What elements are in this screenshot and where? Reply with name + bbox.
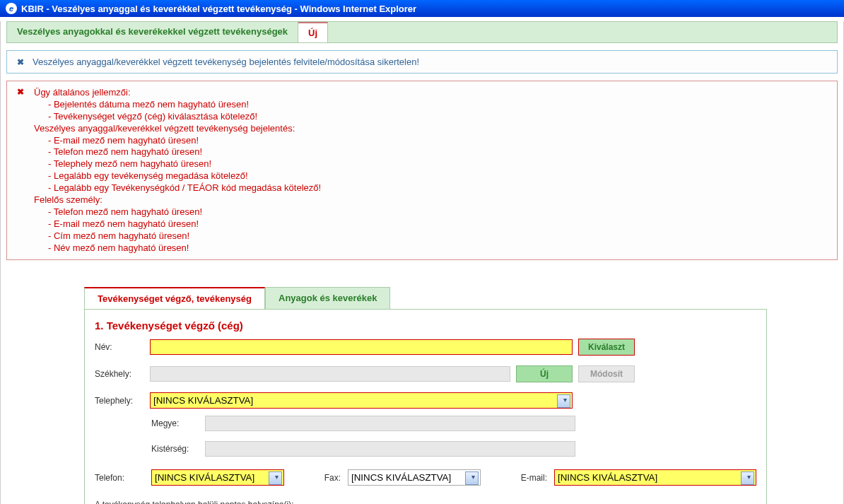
label-site: Telephely:: [95, 396, 144, 406]
label-region: Kistérség:: [151, 444, 199, 454]
label-fax: Fax:: [315, 473, 341, 483]
seat-input: [150, 366, 510, 382]
site-select[interactable]: [150, 392, 573, 409]
label-location: A tevékenység telephelyen belüli pontos …: [95, 500, 756, 504]
form-tab-activity[interactable]: Tevékenységet végző, tevékenység: [84, 287, 265, 309]
alert-box: ✖ Veszélyes anyaggal/keverékkel végzett …: [6, 50, 838, 74]
county-input: [205, 416, 575, 431]
section-title: 1. Tevékenységet végző (cég): [95, 320, 756, 332]
label-seat: Székhely:: [95, 369, 144, 379]
error-item: - E-mail mező nem hagyható üresen!: [48, 135, 827, 147]
error-section-2: Veszélyes anyaggal/keverékkel végzett te…: [34, 123, 827, 135]
error-item: - Tevékenységet végző (cég) kiválasztása…: [48, 111, 827, 123]
top-tab-strip: Veszélyes anyagokkal és keverékekkel vég…: [6, 21, 838, 43]
error-item: - Telephely mező nem hagyható üresen!: [48, 158, 827, 170]
error-item: - Legalább egy Tevékenységkód / TEÁOR kó…: [48, 182, 827, 194]
error-section-3: Felelős személy:: [34, 194, 827, 206]
fax-select[interactable]: [348, 469, 481, 486]
modify-button: Módosít: [578, 365, 635, 382]
form-panel: 1. Tevékenységet végző (cég) Név: Kivála…: [84, 309, 767, 504]
alert-message: Veszélyes anyaggal/keverékkel végzett te…: [33, 57, 419, 67]
name-input[interactable]: [150, 339, 573, 355]
error-item: - Név mező nem hagyható üresen!: [48, 242, 827, 254]
phone-select[interactable]: [151, 469, 284, 486]
label-phone: Telefon:: [95, 473, 144, 483]
form-tab-strip: Tevékenységet végző, tevékenység Anyagok…: [84, 287, 767, 309]
error-item: - Telefon mező nem hagyható üresen!: [48, 206, 827, 218]
error-box: ✖ Ügy általános jellemzői: - Bejelentés …: [6, 81, 838, 260]
select-button[interactable]: Kiválaszt: [578, 339, 635, 356]
region-input: [205, 441, 575, 457]
alert-x-icon: ✖: [17, 57, 24, 67]
label-county: Megye:: [151, 418, 199, 428]
tab-new[interactable]: Új: [298, 22, 328, 42]
error-item: - Cím mező nem hagyható üresen!: [48, 230, 827, 242]
error-item: - Bejelentés dátuma mező nem hagyható ür…: [48, 99, 827, 111]
error-message: Ügy általános jellemzői: - Bejelentés dá…: [17, 87, 827, 254]
error-item: - E-mail mező nem hagyható üresen!: [48, 218, 827, 230]
label-email: E-mail:: [512, 473, 547, 483]
ie-icon: e: [6, 3, 17, 14]
window-title: KBIR - Veszélyes anyaggal és keverékkel …: [21, 4, 416, 14]
email-select[interactable]: [554, 469, 756, 486]
form-tab-materials[interactable]: Anyagok és keverékek: [265, 287, 390, 309]
new-button[interactable]: Új: [516, 365, 573, 382]
error-x-icon: ✖: [17, 87, 24, 97]
window-titlebar: e KBIR - Veszélyes anyaggal és keverékke…: [0, 0, 844, 17]
error-item: - Legalább egy tevékenység megadása köte…: [48, 170, 827, 182]
tab-activities[interactable]: Veszélyes anyagokkal és keverékekkel vég…: [7, 22, 298, 42]
label-name: Név:: [95, 342, 144, 352]
error-item: - Telefon mező nem hagyható üresen!: [48, 146, 827, 158]
error-section-1: Ügy általános jellemzői:: [34, 87, 827, 99]
